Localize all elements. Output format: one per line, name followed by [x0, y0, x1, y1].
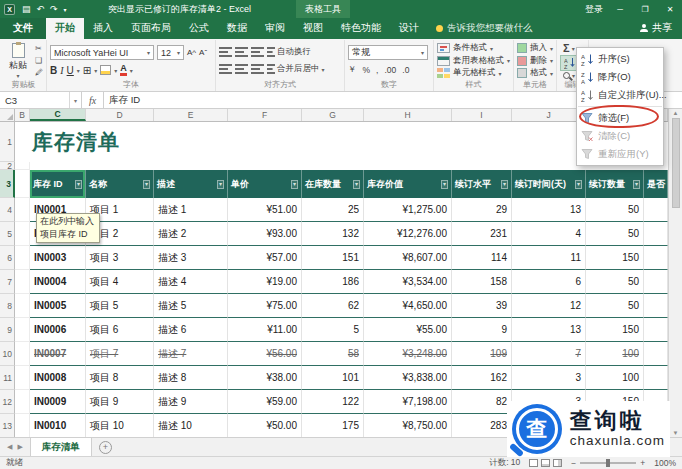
cell[interactable]: 114: [452, 246, 512, 270]
percent-style-button[interactable]: %: [363, 65, 371, 75]
row-header[interactable]: 6: [0, 246, 15, 270]
cell[interactable]: [644, 198, 668, 222]
tell-me-box[interactable]: 告诉我您想要做什么: [436, 22, 533, 39]
format-painter-icon[interactable]: 🖉: [35, 68, 43, 77]
tab-data[interactable]: 数据: [218, 18, 256, 39]
cell[interactable]: ¥3,248.00: [364, 342, 452, 366]
tab-formulas[interactable]: 公式: [180, 18, 218, 39]
cell[interactable]: 11: [512, 246, 586, 270]
cell[interactable]: 6: [512, 270, 586, 294]
cell[interactable]: 150: [586, 318, 644, 342]
close-button[interactable]: ✕: [662, 5, 678, 14]
cell[interactable]: ¥93.00: [228, 222, 302, 246]
column-header[interactable]: F: [228, 109, 302, 121]
cell[interactable]: 58: [302, 342, 364, 366]
cell[interactable]: ¥57.00: [228, 246, 302, 270]
cell[interactable]: 122: [302, 390, 364, 414]
cell[interactable]: [644, 294, 668, 318]
menu-item-sort-descending[interactable]: ZA 降序(O): [577, 68, 663, 86]
cell[interactable]: 项目 4: [86, 270, 154, 294]
menu-item-filter[interactable]: 筛选(F): [577, 109, 663, 127]
cell[interactable]: [15, 294, 30, 318]
sign-in-button[interactable]: 登录: [585, 3, 603, 16]
column-header[interactable]: J: [512, 109, 586, 121]
cell[interactable]: 132: [302, 222, 364, 246]
cell[interactable]: ¥50.00: [228, 414, 302, 437]
cell[interactable]: [15, 162, 30, 170]
filter-arrow-icon[interactable]: ▾: [75, 180, 82, 189]
row-header[interactable]: 12: [0, 390, 15, 414]
merge-center-button[interactable]: 合并后居中 ▾: [267, 63, 325, 75]
comma-style-button[interactable]: ,: [376, 65, 378, 75]
row-header[interactable]: 7: [0, 270, 15, 294]
tab-design[interactable]: 设计: [390, 18, 428, 39]
cell[interactable]: IN0006: [30, 318, 86, 342]
filter-arrow-icon[interactable]: ▾: [633, 180, 640, 189]
normal-view-icon[interactable]: [529, 459, 538, 467]
cell[interactable]: 描述 8: [154, 366, 228, 390]
tab-review[interactable]: 审阅: [256, 18, 294, 39]
shrink-font-button[interactable]: Aˇ: [199, 48, 207, 57]
fill-color-button[interactable]: [100, 65, 111, 75]
header-cell[interactable]: 库存价值▾: [364, 170, 452, 198]
cell[interactable]: [15, 414, 30, 437]
cell[interactable]: 项目 10: [86, 414, 154, 437]
cell[interactable]: ¥3,534.00: [364, 270, 452, 294]
cell[interactable]: 描述 5: [154, 294, 228, 318]
underline-button[interactable]: U: [67, 65, 74, 76]
paste-button[interactable]: 粘贴 ▾: [4, 41, 32, 80]
cell[interactable]: 13: [512, 318, 586, 342]
cell[interactable]: 109: [452, 342, 512, 366]
cell[interactable]: 项目 3: [86, 246, 154, 270]
align-top-icon[interactable]: [219, 47, 232, 57]
cell[interactable]: ¥19.00: [228, 270, 302, 294]
filter-arrow-icon[interactable]: ▾: [291, 180, 298, 189]
zoom-control[interactable]: − +: [571, 458, 645, 468]
cell[interactable]: 项目 8: [86, 366, 154, 390]
header-cell[interactable]: 名称▾: [86, 170, 154, 198]
cell[interactable]: 描述 9: [154, 390, 228, 414]
filter-arrow-icon[interactable]: ▾: [217, 180, 224, 189]
row-header[interactable]: 10: [0, 342, 15, 366]
sheet-nav-left-icon[interactable]: ◀: [7, 443, 12, 451]
header-cell[interactable]: 续订水平▾: [452, 170, 512, 198]
cell[interactable]: 25: [302, 198, 364, 222]
column-header[interactable]: G: [302, 109, 364, 121]
cell[interactable]: [644, 318, 668, 342]
align-bottom-icon[interactable]: [251, 47, 264, 57]
share-button[interactable]: 共享: [640, 21, 682, 39]
font-color-button[interactable]: A: [120, 64, 127, 76]
cell[interactable]: ¥55.00: [364, 318, 452, 342]
title-cell[interactable]: 库存清单: [15, 122, 668, 162]
cell[interactable]: ¥51.00: [228, 198, 302, 222]
save-icon[interactable]: ▤: [22, 4, 31, 14]
cell[interactable]: 4: [512, 222, 586, 246]
cell[interactable]: 186: [302, 270, 364, 294]
zoom-in-icon[interactable]: +: [640, 458, 645, 468]
borders-button[interactable]: ⊞: [83, 65, 91, 76]
column-header[interactable]: I: [452, 109, 512, 121]
cell[interactable]: 100: [586, 342, 644, 366]
row-header[interactable]: 1: [0, 122, 15, 162]
cell[interactable]: 50: [586, 294, 644, 318]
cell[interactable]: 50: [586, 270, 644, 294]
cell[interactable]: 82: [452, 390, 512, 414]
cell[interactable]: ¥75.00: [228, 294, 302, 318]
name-box[interactable]: C3: [0, 92, 70, 108]
scroll-up-icon[interactable]: ▲: [673, 110, 679, 116]
row-header[interactable]: 8: [0, 294, 15, 318]
cell[interactable]: [15, 318, 30, 342]
number-format-select[interactable]: 常规 ▾: [348, 45, 428, 60]
cell[interactable]: 100: [586, 366, 644, 390]
cell[interactable]: [15, 246, 30, 270]
column-header[interactable]: E: [154, 109, 228, 121]
filter-arrow-icon[interactable]: ▾: [575, 180, 582, 189]
row-header[interactable]: 13: [0, 414, 15, 437]
scrollbar-thumb[interactable]: [672, 118, 680, 208]
header-cell[interactable]: 是否: [644, 170, 668, 198]
cell[interactable]: 描述 7: [154, 342, 228, 366]
cell[interactable]: 描述 4: [154, 270, 228, 294]
zoom-slider[interactable]: [580, 462, 636, 464]
cell[interactable]: [15, 170, 30, 198]
cell[interactable]: [644, 246, 668, 270]
